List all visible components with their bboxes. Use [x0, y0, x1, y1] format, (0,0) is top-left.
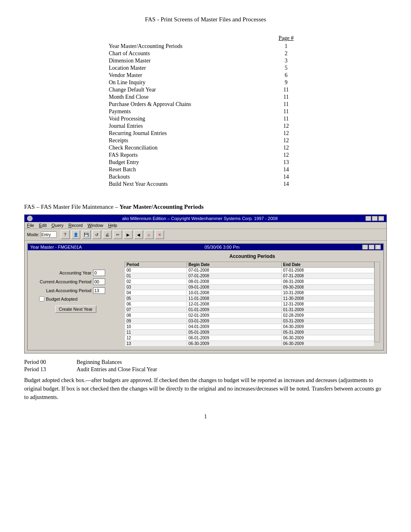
- budget-adopted-label: Budget Adopted: [46, 297, 77, 301]
- toc-row: On Line Inquiry9: [109, 79, 302, 86]
- accounting-year-input[interactable]: [93, 270, 105, 276]
- window-title-text: alio Millennium Edition – Copyright Weid…: [122, 216, 278, 221]
- toc-label: Chart of Accounts: [109, 50, 270, 57]
- toc-page: 3: [270, 58, 302, 64]
- toc-row: Chart of Accounts2: [109, 50, 302, 57]
- table-row: 0410-01-200810-31-2008: [125, 290, 374, 296]
- toc-header-page: Page #: [270, 35, 302, 42]
- ap-title: Accounting Periods: [125, 254, 380, 259]
- begin-date-cell: 03-01-2009: [187, 318, 281, 324]
- ap-table-container: Period Begin Date End Date 0007-01-20080…: [125, 262, 380, 347]
- toc-label: Vendor Master: [109, 72, 270, 79]
- toc-label: Month End Close: [109, 94, 270, 100]
- end-date-cell: 03-31-2009: [281, 318, 374, 324]
- inner-maximize-btn[interactable]: □: [369, 245, 374, 249]
- left-panel: Accounting Year Current Accounting Perio…: [31, 254, 120, 347]
- mode-input[interactable]: [41, 231, 57, 238]
- home-btn[interactable]: ⌂: [145, 230, 154, 239]
- period-cell: 01: [125, 273, 187, 279]
- toc-page: 12: [270, 137, 302, 144]
- last-period-input[interactable]: [93, 287, 105, 294]
- toc-label: Void Processing: [109, 116, 270, 122]
- toc-page: 12: [270, 152, 302, 158]
- table-row: 0903-01-200903-31-2009: [125, 318, 374, 324]
- toc-page: 12: [270, 130, 302, 137]
- menu-query[interactable]: Query: [52, 223, 64, 228]
- end-date-cell: 09-30-2008: [281, 285, 374, 290]
- toc-row: Vendor Master6: [109, 72, 302, 79]
- exit-btn[interactable]: ✕: [155, 230, 164, 239]
- toc-header-row: Page #: [109, 35, 302, 42]
- section-heading: FAS – FAS Master File Maintenance – Year…: [24, 204, 387, 210]
- person-btn[interactable]: 👤: [71, 230, 80, 239]
- create-next-year-btn[interactable]: Create Next Year: [55, 305, 96, 313]
- maximize-btn[interactable]: □: [372, 216, 378, 221]
- period-cell: 05: [125, 296, 187, 301]
- toc-page: 6: [270, 72, 302, 79]
- begin-date-cell: 12-01-2008: [187, 301, 281, 307]
- toc-label: Journal Entries: [109, 123, 270, 129]
- menu-file[interactable]: File: [27, 223, 34, 228]
- menu-help[interactable]: Help: [108, 223, 117, 228]
- minimize-btn[interactable]: _: [365, 216, 371, 221]
- toc-row: Year Master/Accounting Periods1: [109, 43, 302, 50]
- toc-label: Year Master/Accounting Periods: [109, 43, 270, 50]
- toc-label: Receipts: [109, 137, 270, 144]
- menu-record[interactable]: Record: [68, 223, 83, 228]
- budget-adopted-checkbox[interactable]: [39, 296, 44, 301]
- menu-window[interactable]: Window: [87, 223, 103, 228]
- begin-date-cell: 06-30-2009: [187, 341, 281, 347]
- help-btn[interactable]: ?: [61, 230, 70, 239]
- toc-label: Check Reconciliation: [109, 145, 270, 151]
- next-btn[interactable]: ▶: [124, 230, 133, 239]
- cut-btn[interactable]: ✂: [113, 230, 122, 239]
- toc-page: 14: [270, 174, 302, 180]
- toc-page: 11: [270, 101, 302, 108]
- table-row: 0007-01-200807-01-2008: [125, 268, 374, 273]
- title-bar: alio Millennium Edition – Copyright Weid…: [25, 215, 386, 222]
- accounting-year-row: Accounting Year: [31, 270, 120, 276]
- toc-page: 11: [270, 94, 302, 100]
- toc-row: Journal Entries12: [109, 123, 302, 129]
- toc-row: Receipts12: [109, 137, 302, 144]
- table-row: 0802-01-200902-28-2009: [125, 313, 374, 318]
- table-row: 0701-01-200901-31-2009: [125, 307, 374, 313]
- toc-page: 13: [270, 159, 302, 166]
- period-cell: 00: [125, 268, 187, 273]
- print-btn[interactable]: 🖨: [103, 230, 112, 239]
- col-begin: Begin Date: [187, 262, 281, 268]
- toc-label: Backouts: [109, 174, 270, 180]
- end-date-cell: 07-01-2008: [281, 268, 374, 273]
- save-btn[interactable]: 💾: [82, 230, 91, 239]
- table-row: 0511-01-200811-30-2008: [125, 296, 374, 301]
- begin-date-cell: 05-01-2009: [187, 330, 281, 335]
- page-wrapper: FAS - Print Screens of Master Files and …: [24, 16, 387, 420]
- toc-page: 11: [270, 87, 302, 93]
- toc-page: 1: [270, 43, 302, 50]
- refresh-btn[interactable]: ↺: [92, 230, 101, 239]
- begin-date-cell: 09-01-2008: [187, 285, 281, 290]
- prev-btn[interactable]: ◀: [134, 230, 143, 239]
- current-period-input[interactable]: [93, 278, 105, 285]
- toc-row: Build Next Year Accounts14: [109, 181, 302, 187]
- period-note-row: Period 13Audit Entries and Close Fiscal …: [24, 366, 387, 373]
- period-cell: 03: [125, 285, 187, 290]
- table-row: 1004-01-200904-30-2009: [125, 324, 374, 330]
- inner-close-btn[interactable]: ✕: [375, 245, 381, 249]
- toc-row: Location Master5: [109, 65, 302, 71]
- inner-minimize-btn[interactable]: _: [362, 245, 368, 249]
- inner-window-title: Year Master - FMGEN01A: [30, 245, 82, 249]
- toc-table: Page # Year Master/Accounting Periods1Ch…: [109, 35, 302, 187]
- begin-date-cell: 08-01-2008: [187, 279, 281, 285]
- table-row: 0107-01-200807-31-2008: [125, 273, 374, 279]
- inner-window: Year Master - FMGEN01A 05/30/06 3:00 Pm …: [27, 243, 384, 351]
- end-date-cell: 04-30-2009: [281, 324, 374, 330]
- menu-edit[interactable]: Edit: [39, 223, 47, 228]
- period-cell: 09: [125, 318, 187, 324]
- scrollbar[interactable]: [374, 262, 380, 342]
- toc-label: On Line Inquiry: [109, 79, 270, 86]
- close-btn[interactable]: ✕: [378, 216, 384, 221]
- toc-label: Build Next Year Accounts: [109, 181, 270, 187]
- period-cell: 13: [125, 341, 187, 347]
- begin-date-cell: 07-01-2008: [187, 273, 281, 279]
